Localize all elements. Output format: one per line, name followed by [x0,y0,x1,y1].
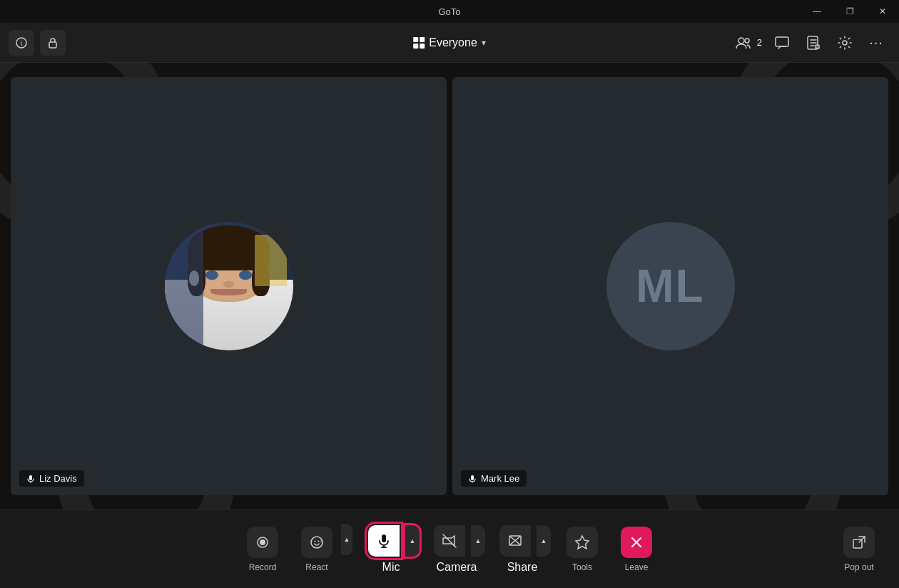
svg-rect-5 [776,37,788,46]
record-button[interactable]: Record [237,519,288,579]
grid-icon [413,37,425,49]
title-bar: GoTo — ❐ ✕ [0,0,899,23]
notes-icon [806,35,821,51]
leave-label: Leave [625,562,649,572]
mic-caret-button[interactable]: ▲ [405,525,420,557]
video-tile-mark: ML Mark Lee [452,77,888,495]
app-title: GoTo [438,6,460,17]
minimize-button[interactable]: — [801,0,833,23]
leave-button[interactable]: Leave [611,519,662,579]
camera-icon-bg [434,525,465,557]
tools-button[interactable]: Tools [557,519,608,579]
meeting-notes-button[interactable] [799,29,828,57]
mark-initials: ML [636,260,704,313]
react-icon-bg [301,527,332,558]
chevron-down-icon: ▾ [482,38,486,48]
record-icon [255,534,270,550]
maximize-button[interactable]: ❐ [833,0,866,23]
share-group: ▲ Share [491,518,554,581]
top-left-controls: i [9,30,66,56]
record-label: Record [249,562,277,572]
camera-group: ▲ Camera [425,518,488,581]
share-icon [507,533,523,549]
camera-label: Camera [437,561,477,574]
liz-name: Liz Davis [39,473,77,484]
participants-button[interactable] [728,29,757,57]
svg-point-16 [318,540,320,542]
popout-icon-bg [843,527,875,558]
svg-text:i: i [20,39,22,47]
lock-button[interactable] [40,30,66,56]
camera-off-icon [442,533,457,549]
share-button-row: ▲ [494,525,551,557]
mic-group: ▲ Mic [360,518,422,581]
camera-button-row: ▲ [428,525,485,557]
tools-icon [574,534,590,550]
main-content: Liz Davis ML Mark Lee [0,63,899,510]
lock-icon [47,37,59,49]
mark-name: Mark Lee [481,473,519,484]
window-controls: — ❐ ✕ [801,0,899,23]
mic-icon [376,533,392,549]
svg-marker-24 [576,536,589,549]
name-label-liz: Liz Davis [19,470,84,487]
leave-icon-bg [621,527,652,558]
share-button[interactable] [494,525,537,557]
svg-rect-9 [29,475,32,480]
participants-icon [735,35,751,51]
svg-rect-17 [382,534,386,542]
toolbar: Record React ▲ [0,510,899,588]
popout-label: Pop out [844,562,873,572]
everyone-selector[interactable]: Everyone ▾ [413,36,486,49]
mic-icon-bg [368,525,400,557]
popout-icon [851,534,867,550]
mic-on-icon-liz [26,475,35,483]
react-button[interactable]: React [291,519,342,579]
gear-icon [837,35,853,51]
close-button[interactable]: ✕ [866,0,899,23]
share-icon-bg [499,525,531,557]
popout-button[interactable]: Pop out [833,519,885,579]
svg-point-8 [843,41,847,45]
svg-rect-11 [471,475,474,480]
share-caret-button[interactable]: ▲ [537,525,551,557]
name-label-mark: Mark Lee [461,470,527,487]
camera-button[interactable] [428,525,471,557]
chat-icon [774,35,790,51]
everyone-label: Everyone [429,36,477,49]
chat-button[interactable] [768,29,796,57]
react-label: React [305,562,327,572]
info-icon: i [16,37,27,49]
mark-avatar: ML [606,222,735,350]
svg-point-3 [738,38,744,44]
top-right-controls: 2 ··· [728,29,890,57]
svg-rect-2 [49,42,56,48]
react-icon [309,534,325,550]
mic-label: Mic [382,561,400,574]
info-button[interactable]: i [9,30,34,56]
more-icon: ··· [869,34,883,51]
camera-caret-button[interactable]: ▲ [471,525,485,557]
svg-point-15 [315,540,316,542]
settings-button[interactable] [831,29,859,57]
leave-icon [629,534,644,550]
video-grid: Liz Davis ML Mark Lee [11,77,888,495]
mic-button[interactable] [362,525,405,557]
mic-button-row: ▲ [362,525,420,557]
record-icon-bg [247,527,278,558]
participant-count: 2 [757,37,762,48]
tools-icon-bg [567,527,598,558]
tools-label: Tools [572,562,592,572]
share-label: Share [507,561,538,574]
more-button[interactable]: ··· [862,29,890,57]
mic-on-icon-mark [468,475,477,483]
svg-point-4 [745,39,749,43]
video-tile-liz: Liz Davis [11,77,447,495]
svg-point-14 [260,539,265,545]
react-caret-button[interactable]: ▲ [341,524,352,555]
top-bar: i Everyone ▾ 2 [0,23,899,63]
